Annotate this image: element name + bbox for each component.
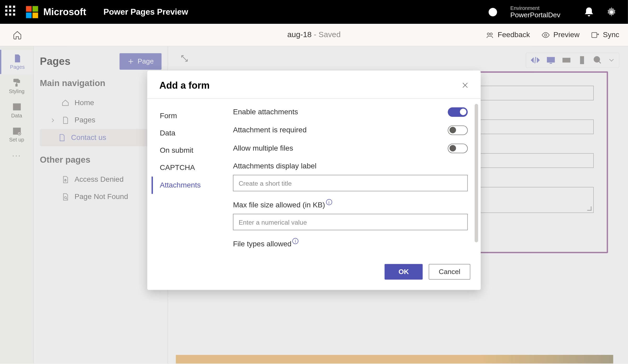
feedback-button[interactable]: Feedback [485, 31, 530, 39]
environment-label: Environment [510, 5, 560, 11]
home-icon [13, 30, 22, 39]
sync-icon [591, 31, 599, 39]
attachment-required-toggle[interactable] [448, 126, 468, 135]
close-button[interactable] [462, 81, 468, 91]
ok-button[interactable]: OK [385, 264, 423, 280]
modal-title: Add a form [159, 80, 210, 91]
add-form-modal: Add a form Form Data On submit CAPTCHA A… [147, 71, 481, 290]
info-icon[interactable]: i [326, 199, 332, 205]
max-size-input[interactable] [233, 214, 468, 230]
allow-multiple-toggle[interactable] [448, 144, 468, 153]
enable-attachments-label: Enable attachments [233, 108, 298, 116]
feedback-label: Feedback [498, 31, 530, 39]
tab-captcha[interactable]: CAPTCHA [152, 159, 225, 177]
tab-attachments[interactable]: Attachments [152, 177, 225, 194]
preview-label: Preview [553, 31, 580, 39]
eye-icon [541, 31, 550, 39]
bell-icon[interactable] [584, 7, 594, 17]
sync-label: Sync [603, 31, 619, 39]
product-name: Power Pages Preview [104, 7, 188, 16]
tab-on-submit[interactable]: On submit [152, 142, 225, 159]
allow-multiple-label: Allow multiple files [233, 144, 293, 153]
preview-button[interactable]: Preview [541, 31, 579, 39]
display-label-input[interactable] [233, 175, 468, 191]
svg-point-2 [487, 33, 489, 35]
tab-data[interactable]: Data [152, 125, 225, 142]
microsoft-squares-icon [26, 6, 38, 18]
svg-rect-5 [592, 32, 597, 37]
doc-name: aug-18 [287, 30, 312, 39]
attachment-required-label: Attachment is required [233, 126, 307, 135]
cancel-button[interactable]: Cancel [429, 264, 470, 280]
svg-point-4 [545, 34, 547, 36]
close-icon [462, 82, 468, 88]
display-label-label: Attachments display label [233, 162, 468, 170]
home-button[interactable] [9, 30, 26, 39]
microsoft-logo: Microsoft [26, 6, 86, 18]
file-types-label: File types allowed [233, 240, 291, 248]
globe-icon [488, 7, 498, 17]
modal-scrollbar[interactable] [475, 104, 478, 242]
max-size-label: Max file size allowed (in KB) [233, 201, 325, 209]
app-launcher-icon[interactable] [5, 5, 18, 19]
info-icon[interactable]: i [292, 238, 298, 244]
tab-form[interactable]: Form [152, 107, 225, 124]
gear-icon[interactable] [606, 7, 617, 17]
feedback-icon [485, 31, 494, 39]
environment-value: PowerPortalDev [510, 11, 560, 19]
doc-state: - Saved [312, 30, 341, 39]
svg-point-3 [490, 33, 492, 35]
enable-attachments-toggle[interactable] [448, 107, 468, 117]
environment-picker[interactable]: Environment PowerPortalDev [482, 5, 560, 19]
sync-button[interactable]: Sync [591, 31, 619, 39]
brand-text: Microsoft [43, 6, 86, 18]
document-title: aug-18 - Saved [287, 30, 341, 39]
